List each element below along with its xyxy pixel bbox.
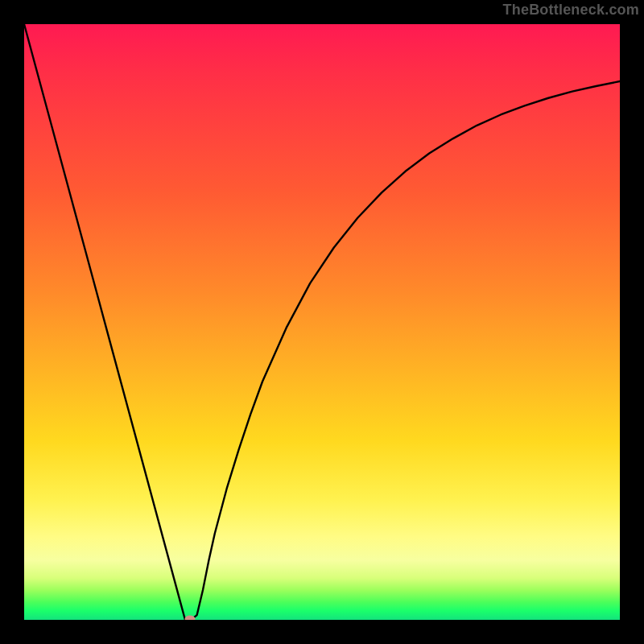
chart-frame: TheBottleneck.com — [0, 0, 644, 644]
plot-area — [24, 24, 620, 620]
curve-path — [24, 24, 620, 620]
optimum-marker — [184, 616, 195, 621]
watermark-label: TheBottleneck.com — [503, 2, 639, 19]
bottleneck-curve — [24, 24, 620, 620]
